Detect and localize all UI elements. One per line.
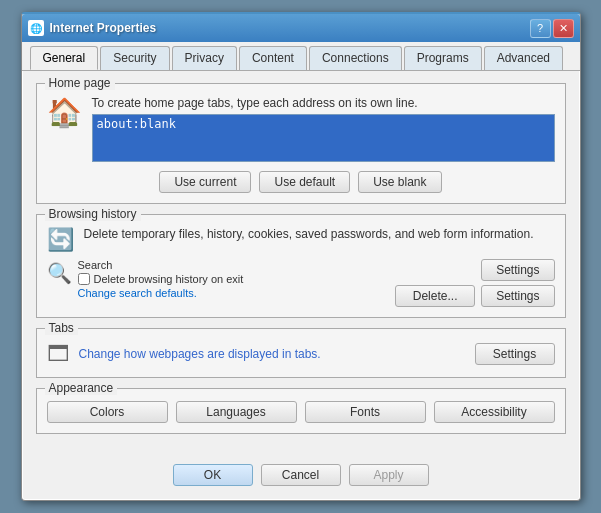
settings-row: Settings: [251, 259, 554, 281]
search-section: 🔍 Search Delete browsing history on exit…: [47, 259, 244, 307]
tab-content[interactable]: Content: [239, 46, 307, 70]
ok-button[interactable]: OK: [173, 464, 253, 486]
tab-bar: General Security Privacy Content Connect…: [22, 42, 580, 71]
url-textarea-wrapper: <span class="selected-text">about:blank<…: [92, 114, 555, 165]
delete-history-checkbox[interactable]: [78, 273, 90, 285]
window-icon: 🌐: [28, 20, 44, 36]
delete-settings-button[interactable]: Settings: [481, 285, 554, 307]
home-page-label: Home page: [45, 76, 115, 90]
tabs-description: Change how webpages are displayed in tab…: [79, 347, 465, 361]
history-buttons-right: Settings Delete... Settings: [251, 259, 554, 307]
use-blank-button[interactable]: Use blank: [358, 171, 441, 193]
appearance-label: Appearance: [45, 381, 118, 395]
close-button[interactable]: ✕: [553, 19, 574, 38]
apply-button[interactable]: Apply: [349, 464, 429, 486]
use-current-button[interactable]: Use current: [159, 171, 251, 193]
title-bar: 🌐 Internet Properties ? ✕: [22, 14, 580, 42]
internet-properties-dialog: 🌐 Internet Properties ? ✕ General Securi…: [21, 12, 581, 501]
tab-advanced[interactable]: Advanced: [484, 46, 563, 70]
tab-privacy[interactable]: Privacy: [172, 46, 237, 70]
languages-button[interactable]: Languages: [176, 401, 297, 423]
window-title: Internet Properties: [50, 21, 157, 35]
tabs-icon: 🗖: [47, 341, 69, 367]
home-page-buttons: Use current Use default Use blank: [47, 171, 555, 193]
search-label: Search: [78, 259, 244, 271]
home-page-right: To create home page tabs, type each addr…: [92, 96, 555, 165]
colors-button[interactable]: Colors: [47, 401, 168, 423]
browsing-history-row: 🔄 Delete temporary files, history, cooki…: [47, 227, 555, 253]
browsing-history-section: Browsing history 🔄 Delete temporary file…: [36, 214, 566, 318]
fonts-button[interactable]: Fonts: [305, 401, 426, 423]
tab-general[interactable]: General: [30, 46, 99, 70]
home-page-row: 🏠 To create home page tabs, type each ad…: [47, 96, 555, 165]
search-tabs-row: 🔍 Search Delete browsing history on exit…: [47, 259, 555, 307]
appearance-section: Appearance Colors Languages Fonts Access…: [36, 388, 566, 434]
magnifier-icon: 🔍: [47, 261, 72, 285]
tab-security[interactable]: Security: [100, 46, 169, 70]
home-page-description: To create home page tabs, type each addr…: [92, 96, 555, 110]
tabs-settings-button[interactable]: Settings: [475, 343, 555, 365]
home-page-input[interactable]: <span class="selected-text">about:blank<…: [92, 114, 555, 162]
delete-row: Delete... Settings: [251, 285, 554, 307]
bh-settings-button[interactable]: Settings: [481, 259, 554, 281]
home-page-section: Home page 🏠 To create home page tabs, ty…: [36, 83, 566, 204]
tabs-section-row: 🗖 Change how webpages are displayed in t…: [47, 341, 555, 367]
tab-connections[interactable]: Connections: [309, 46, 402, 70]
use-default-button[interactable]: Use default: [259, 171, 350, 193]
tabs-section-label: Tabs: [45, 321, 78, 335]
cancel-button[interactable]: Cancel: [261, 464, 341, 486]
delete-history-label: Delete browsing history on exit: [94, 273, 244, 285]
browsing-history-label: Browsing history: [45, 207, 141, 221]
refresh-icon: 🔄: [47, 227, 74, 253]
house-icon: 🏠: [47, 96, 82, 129]
accessibility-button[interactable]: Accessibility: [434, 401, 555, 423]
title-buttons: ? ✕: [530, 19, 574, 38]
browsing-history-description: Delete temporary files, history, cookies…: [84, 227, 555, 241]
delete-history-checkbox-row: Delete browsing history on exit: [78, 273, 244, 285]
help-button[interactable]: ?: [530, 19, 551, 38]
tabs-section: Tabs 🗖 Change how webpages are displayed…: [36, 328, 566, 378]
change-search-link[interactable]: Change search defaults.: [78, 287, 244, 299]
tab-programs[interactable]: Programs: [404, 46, 482, 70]
content-area: Home page 🏠 To create home page tabs, ty…: [22, 71, 580, 456]
search-options: Search Delete browsing history on exit C…: [78, 259, 244, 299]
title-bar-left: 🌐 Internet Properties: [28, 20, 157, 36]
appearance-buttons-row: Colors Languages Fonts Accessibility: [47, 401, 555, 423]
bottom-buttons: OK Cancel Apply: [22, 456, 580, 500]
delete-button[interactable]: Delete...: [395, 285, 475, 307]
